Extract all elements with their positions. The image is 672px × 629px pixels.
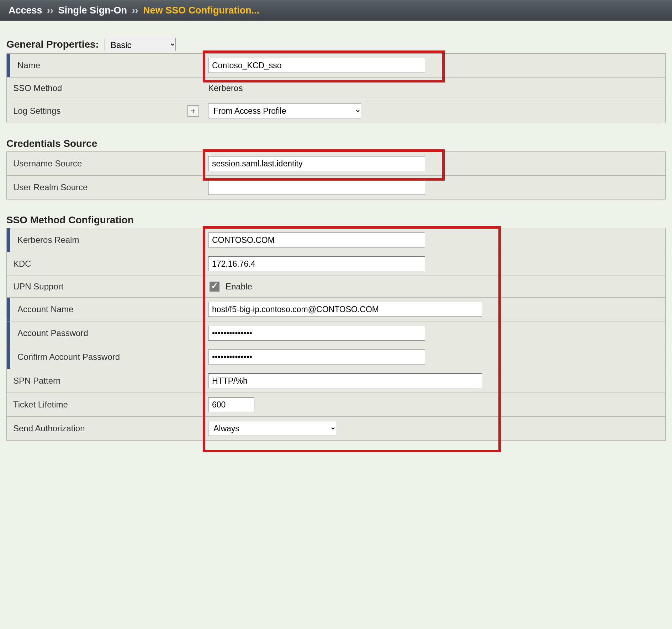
input-spn-pattern[interactable] — [208, 373, 482, 388]
select-log-settings[interactable]: From Access Profile — [208, 103, 361, 118]
row-account-password: Account Password — [7, 321, 665, 345]
section-title-general: General Properties: — [6, 39, 99, 50]
row-spn-pattern: SPN Pattern — [7, 369, 665, 393]
row-kdc: KDC — [7, 252, 665, 276]
label-kerberos-realm: Kerberos Realm — [7, 228, 203, 252]
general-properties-table: Name SSO Method Kerberos Log Settings + … — [6, 53, 666, 123]
input-kerberos-realm[interactable] — [208, 233, 425, 247]
row-confirm-account-password: Confirm Account Password — [7, 345, 665, 369]
credentials-source-table: Username Source User Realm Source — [6, 151, 666, 199]
breadcrumb-access[interactable]: Access — [9, 5, 42, 16]
label-name: Name — [7, 54, 203, 77]
label-log-settings: Log Settings + — [7, 99, 203, 123]
input-username-source[interactable] — [208, 156, 425, 171]
input-kdc[interactable] — [208, 256, 425, 271]
row-sso-method: SSO Method Kerberos — [7, 77, 665, 99]
input-account-name[interactable] — [208, 302, 482, 317]
label-username-source: Username Source — [7, 152, 203, 175]
row-username-source: Username Source — [7, 152, 665, 175]
input-confirm-account-password[interactable] — [208, 350, 425, 364]
input-name[interactable] — [208, 58, 425, 73]
log-settings-add-button[interactable]: + — [187, 105, 199, 117]
row-ticket-lifetime: Ticket Lifetime — [7, 393, 665, 416]
input-account-password[interactable] — [208, 326, 425, 341]
breadcrumb-sep-1: ›› — [45, 5, 55, 16]
row-upn-support: UPN Support Enable — [7, 276, 665, 297]
section-title-credentials: Credentials Source — [6, 138, 97, 149]
row-kerberos-realm: Kerberos Realm — [7, 228, 665, 252]
value-sso-method: Kerberos — [203, 78, 665, 99]
label-ticket-lifetime: Ticket Lifetime — [7, 393, 203, 416]
input-user-realm-source[interactable] — [208, 180, 425, 195]
label-account-password: Account Password — [7, 321, 203, 345]
general-mode-select[interactable]: Basic — [105, 38, 176, 51]
section-title-sso-config: SSO Method Configuration — [6, 214, 134, 226]
row-send-authorization: Send Authorization Always — [7, 416, 665, 440]
input-ticket-lifetime[interactable] — [208, 397, 254, 412]
select-send-authorization[interactable]: Always — [208, 421, 336, 436]
checkbox-upn-enable[interactable] — [210, 282, 219, 292]
breadcrumb-sep-2: ›› — [130, 5, 141, 16]
breadcrumb-sso[interactable]: Single Sign-On — [58, 5, 127, 16]
row-account-name: Account Name — [7, 297, 665, 321]
row-user-realm-source: User Realm Source — [7, 175, 665, 199]
row-log-settings: Log Settings + From Access Profile — [7, 99, 665, 123]
label-sso-method: SSO Method — [7, 78, 203, 99]
label-account-name: Account Name — [7, 298, 203, 321]
label-spn-pattern: SPN Pattern — [7, 369, 203, 393]
sso-method-config-table: Kerberos Realm KDC UPN Support Enable — [6, 228, 666, 441]
breadcrumb-current: New SSO Configuration... — [143, 5, 259, 16]
label-user-realm-source: User Realm Source — [7, 176, 203, 199]
label-confirm-account-password: Confirm Account Password — [7, 345, 203, 369]
breadcrumb: Access ›› Single Sign-On ›› New SSO Conf… — [0, 0, 672, 21]
checkbox-upn-label: Enable — [226, 282, 252, 292]
label-send-authorization: Send Authorization — [7, 417, 203, 440]
label-kdc: KDC — [7, 252, 203, 276]
label-upn-support: UPN Support — [7, 276, 203, 297]
row-name: Name — [7, 54, 665, 77]
